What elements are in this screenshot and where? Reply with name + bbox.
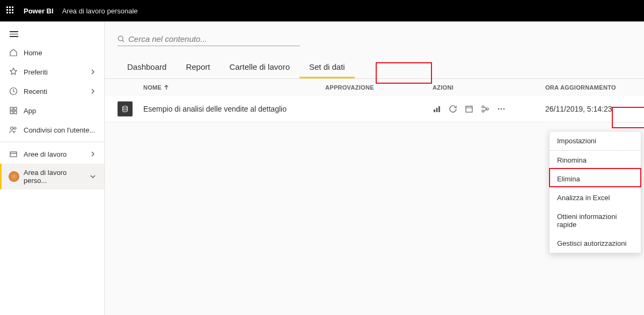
apps-icon bbox=[9, 106, 18, 115]
chevron-down-icon bbox=[90, 174, 96, 179]
sidebar-item-label: Home bbox=[24, 49, 96, 57]
app-launcher-icon[interactable] bbox=[6, 6, 15, 15]
top-bar: Power BI Area di lavoro personale bbox=[0, 0, 644, 21]
sidebar-item-favorites[interactable]: Preferiti bbox=[0, 62, 104, 82]
chevron-right-icon bbox=[90, 151, 96, 157]
refresh-icon[interactable] bbox=[449, 105, 457, 113]
more-options-icon[interactable] bbox=[497, 105, 506, 113]
workspace-avatar bbox=[9, 171, 19, 182]
sidebar-item-label: Aree di lavoro bbox=[24, 150, 90, 158]
sidebar-item-apps[interactable]: App bbox=[0, 101, 104, 120]
menu-item-quick-insights[interactable]: Ottieni informazioni rapide bbox=[550, 207, 641, 234]
tab-dashboard[interactable]: Dashboard bbox=[118, 57, 176, 78]
svg-point-5 bbox=[11, 127, 13, 130]
create-report-icon[interactable] bbox=[433, 105, 441, 113]
sidebar-item-my-workspace[interactable]: Area di lavoro perso... bbox=[0, 164, 104, 189]
content-area: Dashboard Report Cartelle di lavoro Set … bbox=[105, 21, 644, 315]
sort-asc-icon bbox=[164, 85, 169, 90]
svg-point-9 bbox=[123, 106, 128, 108]
chevron-right-icon bbox=[90, 89, 96, 94]
svg-rect-7 bbox=[10, 152, 17, 157]
table-row[interactable]: Esempio di analisi delle vendite al dett… bbox=[105, 96, 644, 122]
sidebar-item-label: Preferiti bbox=[24, 68, 90, 76]
menu-item-manage-permissions[interactable]: Gestisci autorizzazioni bbox=[550, 234, 641, 253]
search-input-wrap[interactable] bbox=[118, 34, 300, 46]
svg-point-16 bbox=[482, 110, 484, 112]
sidebar-item-recent[interactable]: Recenti bbox=[0, 82, 104, 101]
workspaces-icon bbox=[9, 149, 18, 159]
shared-icon bbox=[9, 125, 18, 135]
svg-rect-4 bbox=[14, 111, 17, 114]
svg-rect-12 bbox=[438, 106, 440, 112]
menu-item-settings[interactable]: Impostazioni bbox=[550, 131, 641, 150]
menu-item-rename[interactable]: Rinomina bbox=[550, 151, 641, 170]
search-input[interactable] bbox=[128, 34, 300, 43]
svg-point-18 bbox=[501, 108, 502, 110]
sidebar-item-label: Condivisi con l'utente... bbox=[24, 126, 96, 134]
schedule-refresh-icon[interactable] bbox=[465, 105, 473, 113]
svg-point-6 bbox=[14, 127, 16, 129]
sidebar-item-label: Recenti bbox=[24, 87, 90, 96]
sidebar-item-home[interactable]: Home bbox=[0, 43, 104, 62]
svg-point-8 bbox=[118, 36, 123, 41]
table-header: NOME APPROVAZIONE AZIONI ORA AGGIORNAMEN… bbox=[105, 79, 644, 96]
hamburger-button[interactable] bbox=[0, 26, 104, 43]
column-refresh-header[interactable]: ORA AGGIORNAMENTO bbox=[545, 84, 631, 91]
sidebar: Home Preferiti Recenti App bbox=[0, 21, 105, 315]
home-icon bbox=[9, 48, 18, 57]
row-refresh-time: 26/11/2019, 5:14:23 bbox=[545, 105, 612, 113]
svg-point-19 bbox=[503, 108, 505, 110]
clock-icon bbox=[9, 86, 18, 96]
breadcrumb: Area di lavoro personale bbox=[62, 7, 138, 15]
svg-rect-1 bbox=[10, 107, 13, 110]
column-actions-header: AZIONI bbox=[433, 84, 545, 91]
tab-report[interactable]: Report bbox=[176, 57, 219, 78]
chevron-right-icon bbox=[90, 69, 96, 75]
tab-datasets[interactable]: Set di dati bbox=[299, 57, 355, 78]
column-approval-header[interactable]: APPROVAZIONE bbox=[325, 84, 433, 91]
tab-workbooks[interactable]: Cartelle di lavoro bbox=[219, 57, 299, 78]
svg-rect-11 bbox=[436, 108, 438, 112]
dataset-icon bbox=[118, 101, 133, 116]
menu-item-analyze-excel[interactable]: Analizza in Excel bbox=[550, 188, 641, 207]
column-name-header[interactable]: NOME bbox=[143, 84, 325, 91]
brand-label: Power BI bbox=[24, 7, 54, 15]
sidebar-item-shared[interactable]: Condivisi con l'utente... bbox=[0, 120, 104, 140]
svg-rect-2 bbox=[14, 107, 17, 110]
row-name[interactable]: Esempio di analisi delle vendite al dett… bbox=[143, 105, 287, 113]
svg-rect-13 bbox=[466, 106, 472, 112]
sidebar-item-label: Area di lavoro perso... bbox=[24, 169, 90, 185]
sidebar-item-workspaces[interactable]: Aree di lavoro bbox=[0, 144, 104, 164]
tabs: Dashboard Report Cartelle di lavoro Set … bbox=[105, 57, 644, 79]
view-related-icon[interactable] bbox=[481, 105, 489, 113]
search-icon bbox=[118, 35, 125, 43]
svg-point-15 bbox=[486, 108, 488, 110]
svg-point-17 bbox=[498, 108, 500, 110]
svg-point-14 bbox=[482, 106, 484, 108]
sidebar-item-label: App bbox=[24, 107, 96, 115]
svg-rect-3 bbox=[10, 111, 13, 114]
context-menu: Impostazioni Rinomina Elimina Analizza i… bbox=[549, 131, 641, 253]
star-icon bbox=[9, 67, 18, 77]
menu-item-delete[interactable]: Elimina bbox=[550, 170, 641, 188]
svg-rect-10 bbox=[434, 109, 435, 112]
